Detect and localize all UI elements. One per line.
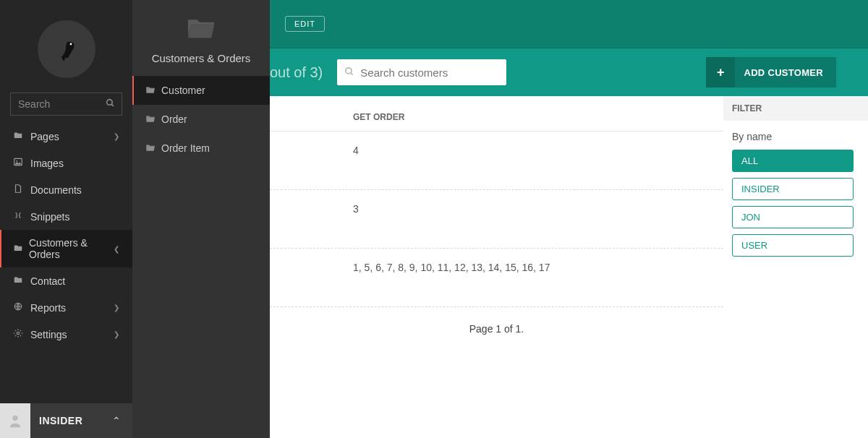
chevron-left-icon: ❮ (114, 245, 119, 253)
filter-panel: FILTER By name ALL INSIDER JON USER (723, 96, 868, 438)
avatar-icon (0, 403, 30, 438)
folder-open-icon (145, 113, 161, 125)
folder-open-icon (145, 142, 161, 154)
submenu-item-order[interactable]: Order (132, 105, 270, 134)
filter-by-label: By name (732, 131, 859, 142)
sidebar-item-label: Reports (30, 302, 66, 314)
submenu-item-label: Customer (161, 85, 205, 96)
sidebar-item-customers-orders[interactable]: Customers & Orders ❮ (0, 230, 132, 267)
filter-heading: FILTER (723, 96, 868, 121)
image-icon (13, 157, 30, 169)
submenu-item-label: Order (161, 113, 187, 125)
sidebar-item-label: Settings (30, 329, 67, 340)
sidebar-item-images[interactable]: Images (0, 150, 132, 176)
gear-icon (13, 328, 30, 340)
submenu-item-customer[interactable]: Customer (132, 76, 270, 105)
add-customer-label: ADD CUSTOMER (744, 67, 836, 78)
svg-point-2 (69, 43, 72, 46)
svg-line-4 (111, 104, 114, 106)
bird-icon (52, 35, 81, 64)
table-wrap: GET ORDER 4 3 1, 5, 6, 7, 8, 9, 10, 11, … (270, 96, 723, 438)
logo[interactable] (0, 0, 132, 93)
submenu-title: Customers & Orders (152, 52, 251, 64)
sidebar-item-reports[interactable]: Reports ❯ (0, 294, 132, 321)
sidebar-item-label: Documents (30, 184, 82, 196)
sidebar-item-pages[interactable]: Pages ❯ (0, 123, 132, 150)
globe-icon (13, 301, 30, 314)
svg-point-6 (16, 160, 17, 162)
sidebar-item-label: Snippets (30, 211, 69, 223)
folder-icon (13, 243, 29, 255)
folder-icon (13, 130, 30, 142)
folder-open-icon (145, 85, 161, 96)
search-customers-box[interactable] (337, 59, 506, 85)
chevron-right-icon: ❯ (114, 132, 119, 140)
chevron-right-icon: ❯ (114, 330, 119, 338)
sidebar-item-label: Pages (30, 131, 59, 142)
search-icon (106, 98, 115, 110)
pagination-text: Page 1 of 1. (270, 307, 723, 351)
add-customer-button[interactable]: + ADD CUSTOMER (706, 57, 836, 87)
svg-point-8 (17, 332, 20, 335)
folder-open-icon (185, 14, 217, 46)
sidebar-item-label: Contact (30, 275, 65, 287)
user-footer[interactable]: INSIDER ⌃ (0, 403, 132, 438)
document-icon (13, 184, 30, 196)
svg-point-3 (107, 100, 113, 106)
filter-option-insider[interactable]: INSIDER (732, 178, 854, 200)
submenu-header: Customers & Orders (132, 0, 270, 76)
svg-point-9 (12, 416, 17, 421)
svg-point-0 (346, 67, 352, 73)
folder-icon (13, 275, 30, 287)
sidebar-nav: Pages ❯ Images Documents Snippets Custom… (0, 123, 132, 403)
sidebar-item-label: Images (30, 158, 64, 169)
table-row[interactable]: 4 (270, 132, 723, 190)
filter-option-jon[interactable]: JON (732, 206, 854, 228)
sidebar-item-contact[interactable]: Contact (0, 267, 132, 294)
sidebar-item-settings[interactable]: Settings ❯ (0, 321, 132, 348)
search-icon (344, 66, 354, 79)
submenu-item-order-item[interactable]: Order Item (132, 134, 270, 163)
edit-button[interactable]: EDIT (285, 16, 325, 32)
user-name: INSIDER (30, 415, 82, 426)
sidebar-item-label: Customers & Orders (29, 237, 114, 260)
table-row[interactable]: 1, 5, 6, 7, 8, 9, 10, 11, 12, 13, 14, 15… (270, 249, 723, 307)
chevron-up-icon: ⌃ (112, 415, 121, 426)
primary-sidebar: Pages ❯ Images Documents Snippets Custom… (0, 0, 132, 438)
sidebar-search[interactable] (10, 93, 122, 116)
chevron-right-icon: ❯ (114, 304, 119, 312)
svg-line-1 (351, 72, 353, 74)
submenu-flyout: Customers & Orders Customer Order Order … (132, 0, 270, 438)
sidebar-item-snippets[interactable]: Snippets (0, 203, 132, 230)
sidebar-item-documents[interactable]: Documents (0, 176, 132, 203)
filter-option-all[interactable]: ALL (732, 150, 854, 172)
search-customers-input[interactable] (354, 66, 499, 79)
filter-option-user[interactable]: USER (732, 234, 854, 257)
submenu-item-label: Order Item (161, 142, 210, 154)
table-header: GET ORDER (270, 103, 723, 132)
table-row[interactable]: 3 (270, 190, 723, 249)
snippet-icon (13, 210, 30, 223)
plus-icon: + (706, 57, 735, 87)
